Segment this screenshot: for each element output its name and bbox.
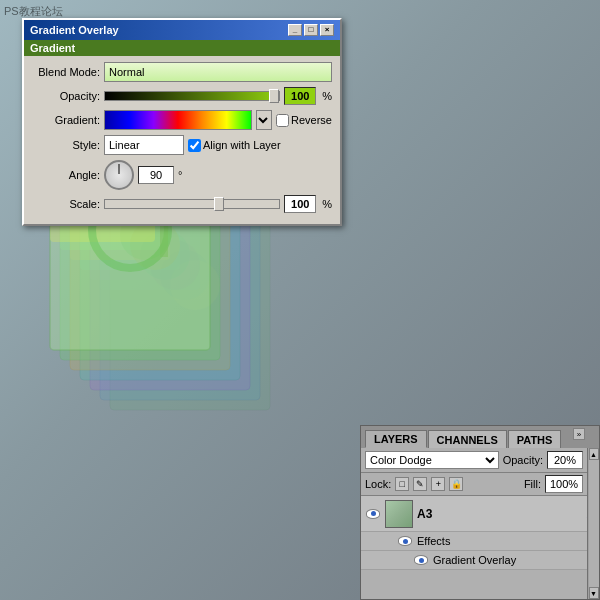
dialog-title: Gradient Overlay xyxy=(30,24,119,36)
style-row: Style: Linear Align with Layer xyxy=(32,135,332,155)
scale-percent: % xyxy=(322,198,332,210)
opacity-slider-wrapper xyxy=(104,91,280,101)
layer-a3-name: A3 xyxy=(417,507,582,521)
layer-row-a3: A3 fx xyxy=(361,496,599,532)
degree-label: ° xyxy=(178,169,182,181)
style-select-wrapper: Linear xyxy=(104,135,184,155)
minimize-button[interactable]: _ xyxy=(288,24,302,36)
effects-eye-pupil xyxy=(403,539,408,544)
eye-pupil xyxy=(371,511,376,516)
lock-all-icon[interactable]: 🔒 xyxy=(449,477,463,491)
titlebar-buttons: _ □ × xyxy=(288,24,334,36)
opacity-row: Opacity: 100 % xyxy=(32,87,332,105)
gradient-overlay-dialog: Gradient Overlay _ □ × Gradient Blend Mo… xyxy=(22,18,342,226)
angle-dial[interactable] xyxy=(104,160,134,190)
blend-mode-label: Blend Mode: xyxy=(32,66,100,78)
gradient-bar-wrapper[interactable] xyxy=(104,110,252,130)
angle-row: Angle: 90 ° xyxy=(32,160,332,190)
dialog-body: Blend Mode: Normal Opacity: 100 % Gradie… xyxy=(24,56,340,224)
close-button[interactable]: × xyxy=(320,24,334,36)
section-header: Gradient xyxy=(24,40,340,56)
align-layer-label: Align with Layer xyxy=(203,139,281,151)
gradient-overlay-visibility[interactable] xyxy=(413,552,429,568)
opacity-slider[interactable] xyxy=(104,91,280,101)
layers-opacity-label: Opacity: xyxy=(503,454,543,466)
maximize-button[interactable]: □ xyxy=(304,24,318,36)
panel-collapse-button[interactable]: » xyxy=(573,428,585,440)
scroll-track[interactable] xyxy=(589,460,599,587)
layers-blend-row: Color Dodge Opacity: 20% ▶ xyxy=(361,448,599,473)
tab-channels[interactable]: CHANNELS xyxy=(428,430,507,448)
scale-label: Scale: xyxy=(32,198,100,210)
fill-label: Fill: xyxy=(524,478,541,490)
effects-label: Effects xyxy=(417,535,450,547)
gradient-overlay-label: Gradient Overlay xyxy=(433,554,516,566)
scale-value[interactable]: 100 xyxy=(284,195,316,213)
lock-position-icon[interactable]: + xyxy=(431,477,445,491)
blend-mode-select-wrapper: Normal xyxy=(104,62,332,82)
opacity-value[interactable]: 100 xyxy=(284,87,316,105)
lock-image-icon[interactable]: ✎ xyxy=(413,477,427,491)
scroll-down-arrow[interactable]: ▼ xyxy=(589,587,599,599)
style-select[interactable]: Linear xyxy=(104,135,184,155)
angle-dial-line xyxy=(119,164,120,174)
layers-lock-row: Lock: □ ✎ + 🔒 Fill: 100% ▶ xyxy=(361,473,599,496)
sub-layer-effects: Effects xyxy=(361,532,599,551)
lock-icons: □ ✎ + 🔒 xyxy=(395,477,463,491)
blend-mode-row: Blend Mode: Normal xyxy=(32,62,332,82)
effects-visibility[interactable] xyxy=(397,533,413,549)
layers-blend-select[interactable]: Color Dodge xyxy=(365,451,499,469)
gradient-overlay-eye-pupil xyxy=(419,558,424,563)
sub-layer-gradient-overlay: Gradient Overlay xyxy=(361,551,599,570)
scale-row: Scale: 100 % xyxy=(32,195,332,213)
layer-a3-thumbnail xyxy=(385,500,413,528)
lock-label: Lock: xyxy=(365,478,391,490)
fill-input[interactable]: 100% xyxy=(545,475,583,493)
opacity-percent: % xyxy=(322,90,332,102)
angle-input[interactable]: 90 xyxy=(138,166,174,184)
reverse-label: Reverse xyxy=(291,114,332,126)
opacity-label: Opacity: xyxy=(32,90,100,102)
tab-paths[interactable]: PATHS xyxy=(508,430,562,448)
effects-eye-icon xyxy=(398,536,412,546)
gradient-row: Gradient: Reverse xyxy=(32,110,332,130)
align-layer-checkbox[interactable] xyxy=(188,139,201,152)
eye-icon xyxy=(366,509,380,519)
style-label: Style: xyxy=(32,139,100,151)
lock-transparent-icon[interactable]: □ xyxy=(395,477,409,491)
scale-slider[interactable] xyxy=(104,199,280,209)
scroll-up-arrow[interactable]: ▲ xyxy=(589,448,599,460)
scale-slider-wrapper xyxy=(104,199,280,209)
gradient-label: Gradient: xyxy=(32,114,100,126)
gradient-dropdown[interactable] xyxy=(256,110,272,130)
align-layer-wrapper: Align with Layer xyxy=(188,139,281,152)
gradient-bar[interactable] xyxy=(104,110,252,130)
dialog-titlebar: Gradient Overlay _ □ × xyxy=(24,20,340,40)
fill-row: Fill: 100% ▶ xyxy=(524,475,595,493)
layers-panel: LAYERS CHANNELS PATHS » Color Dodge Opac… xyxy=(360,425,600,600)
blend-mode-select[interactable]: Normal xyxy=(104,62,332,82)
angle-label: Angle: xyxy=(32,169,100,181)
panel-scrollbar: ▲ ▼ xyxy=(587,448,599,599)
watermark-top: PS教程论坛 xyxy=(4,4,63,19)
layers-opacity-input[interactable]: 20% xyxy=(547,451,583,469)
gradient-overlay-eye-icon xyxy=(414,555,428,565)
reverse-checkbox[interactable] xyxy=(276,114,289,127)
layers-tabs: LAYERS CHANNELS PATHS » xyxy=(361,426,599,448)
layer-a3-visibility[interactable] xyxy=(365,506,381,522)
reverse-label-wrapper: Reverse xyxy=(276,114,332,127)
tab-layers[interactable]: LAYERS xyxy=(365,430,427,448)
